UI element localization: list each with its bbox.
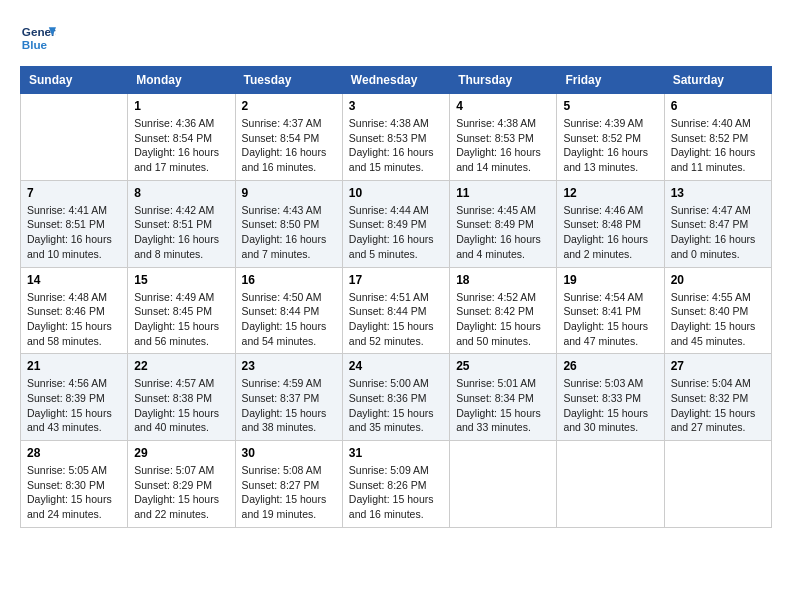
day-info: Sunrise: 4:56 AM Sunset: 8:39 PM Dayligh… (27, 376, 121, 435)
calendar-day-cell: 19Sunrise: 4:54 AM Sunset: 8:41 PM Dayli… (557, 267, 664, 354)
calendar-day-cell: 12Sunrise: 4:46 AM Sunset: 8:48 PM Dayli… (557, 180, 664, 267)
calendar-day-cell: 6Sunrise: 4:40 AM Sunset: 8:52 PM Daylig… (664, 94, 771, 181)
day-number: 9 (242, 186, 336, 200)
calendar-day-cell: 4Sunrise: 4:38 AM Sunset: 8:53 PM Daylig… (450, 94, 557, 181)
calendar-day-cell (664, 441, 771, 528)
day-info: Sunrise: 4:48 AM Sunset: 8:46 PM Dayligh… (27, 290, 121, 349)
calendar-day-cell (21, 94, 128, 181)
day-info: Sunrise: 4:47 AM Sunset: 8:47 PM Dayligh… (671, 203, 765, 262)
calendar-day-cell (557, 441, 664, 528)
calendar-day-cell: 17Sunrise: 4:51 AM Sunset: 8:44 PM Dayli… (342, 267, 449, 354)
weekday-cell: Friday (557, 67, 664, 94)
weekday-cell: Thursday (450, 67, 557, 94)
calendar-week-row: 28Sunrise: 5:05 AM Sunset: 8:30 PM Dayli… (21, 441, 772, 528)
day-number: 5 (563, 99, 657, 113)
day-number: 14 (27, 273, 121, 287)
calendar-day-cell (450, 441, 557, 528)
day-number: 22 (134, 359, 228, 373)
calendar-day-cell: 1Sunrise: 4:36 AM Sunset: 8:54 PM Daylig… (128, 94, 235, 181)
day-number: 28 (27, 446, 121, 460)
day-number: 6 (671, 99, 765, 113)
day-info: Sunrise: 5:03 AM Sunset: 8:33 PM Dayligh… (563, 376, 657, 435)
calendar-week-row: 7Sunrise: 4:41 AM Sunset: 8:51 PM Daylig… (21, 180, 772, 267)
day-number: 21 (27, 359, 121, 373)
day-info: Sunrise: 5:08 AM Sunset: 8:27 PM Dayligh… (242, 463, 336, 522)
day-number: 15 (134, 273, 228, 287)
calendar-day-cell: 31Sunrise: 5:09 AM Sunset: 8:26 PM Dayli… (342, 441, 449, 528)
day-number: 20 (671, 273, 765, 287)
day-number: 10 (349, 186, 443, 200)
day-number: 27 (671, 359, 765, 373)
day-number: 17 (349, 273, 443, 287)
calendar-day-cell: 14Sunrise: 4:48 AM Sunset: 8:46 PM Dayli… (21, 267, 128, 354)
day-number: 29 (134, 446, 228, 460)
calendar-day-cell: 26Sunrise: 5:03 AM Sunset: 8:33 PM Dayli… (557, 354, 664, 441)
day-info: Sunrise: 4:42 AM Sunset: 8:51 PM Dayligh… (134, 203, 228, 262)
day-info: Sunrise: 4:38 AM Sunset: 8:53 PM Dayligh… (349, 116, 443, 175)
calendar-day-cell: 13Sunrise: 4:47 AM Sunset: 8:47 PM Dayli… (664, 180, 771, 267)
calendar-day-cell: 22Sunrise: 4:57 AM Sunset: 8:38 PM Dayli… (128, 354, 235, 441)
day-info: Sunrise: 4:59 AM Sunset: 8:37 PM Dayligh… (242, 376, 336, 435)
day-info: Sunrise: 5:05 AM Sunset: 8:30 PM Dayligh… (27, 463, 121, 522)
day-number: 23 (242, 359, 336, 373)
day-info: Sunrise: 4:36 AM Sunset: 8:54 PM Dayligh… (134, 116, 228, 175)
day-number: 31 (349, 446, 443, 460)
day-number: 19 (563, 273, 657, 287)
calendar-body: 1Sunrise: 4:36 AM Sunset: 8:54 PM Daylig… (21, 94, 772, 528)
day-info: Sunrise: 4:49 AM Sunset: 8:45 PM Dayligh… (134, 290, 228, 349)
calendar-day-cell: 15Sunrise: 4:49 AM Sunset: 8:45 PM Dayli… (128, 267, 235, 354)
day-info: Sunrise: 4:57 AM Sunset: 8:38 PM Dayligh… (134, 376, 228, 435)
day-info: Sunrise: 4:52 AM Sunset: 8:42 PM Dayligh… (456, 290, 550, 349)
day-info: Sunrise: 5:01 AM Sunset: 8:34 PM Dayligh… (456, 376, 550, 435)
calendar-day-cell: 10Sunrise: 4:44 AM Sunset: 8:49 PM Dayli… (342, 180, 449, 267)
calendar-day-cell: 27Sunrise: 5:04 AM Sunset: 8:32 PM Dayli… (664, 354, 771, 441)
calendar-day-cell: 20Sunrise: 4:55 AM Sunset: 8:40 PM Dayli… (664, 267, 771, 354)
day-info: Sunrise: 4:50 AM Sunset: 8:44 PM Dayligh… (242, 290, 336, 349)
logo: General Blue (20, 20, 56, 56)
day-info: Sunrise: 4:45 AM Sunset: 8:49 PM Dayligh… (456, 203, 550, 262)
day-info: Sunrise: 5:04 AM Sunset: 8:32 PM Dayligh… (671, 376, 765, 435)
calendar-day-cell: 3Sunrise: 4:38 AM Sunset: 8:53 PM Daylig… (342, 94, 449, 181)
svg-text:Blue: Blue (22, 38, 48, 51)
day-number: 13 (671, 186, 765, 200)
day-number: 26 (563, 359, 657, 373)
day-info: Sunrise: 4:55 AM Sunset: 8:40 PM Dayligh… (671, 290, 765, 349)
calendar-day-cell: 18Sunrise: 4:52 AM Sunset: 8:42 PM Dayli… (450, 267, 557, 354)
weekday-header-row: SundayMondayTuesdayWednesdayThursdayFrid… (21, 67, 772, 94)
calendar-week-row: 21Sunrise: 4:56 AM Sunset: 8:39 PM Dayli… (21, 354, 772, 441)
calendar-table: SundayMondayTuesdayWednesdayThursdayFrid… (20, 66, 772, 528)
day-number: 11 (456, 186, 550, 200)
calendar-day-cell: 25Sunrise: 5:01 AM Sunset: 8:34 PM Dayli… (450, 354, 557, 441)
calendar-day-cell: 7Sunrise: 4:41 AM Sunset: 8:51 PM Daylig… (21, 180, 128, 267)
calendar-day-cell: 8Sunrise: 4:42 AM Sunset: 8:51 PM Daylig… (128, 180, 235, 267)
day-number: 12 (563, 186, 657, 200)
day-number: 25 (456, 359, 550, 373)
weekday-cell: Monday (128, 67, 235, 94)
logo-icon: General Blue (20, 20, 56, 56)
day-info: Sunrise: 4:43 AM Sunset: 8:50 PM Dayligh… (242, 203, 336, 262)
day-info: Sunrise: 4:46 AM Sunset: 8:48 PM Dayligh… (563, 203, 657, 262)
day-info: Sunrise: 5:09 AM Sunset: 8:26 PM Dayligh… (349, 463, 443, 522)
calendar-week-row: 1Sunrise: 4:36 AM Sunset: 8:54 PM Daylig… (21, 94, 772, 181)
calendar-day-cell: 2Sunrise: 4:37 AM Sunset: 8:54 PM Daylig… (235, 94, 342, 181)
weekday-cell: Saturday (664, 67, 771, 94)
day-info: Sunrise: 5:07 AM Sunset: 8:29 PM Dayligh… (134, 463, 228, 522)
day-info: Sunrise: 4:40 AM Sunset: 8:52 PM Dayligh… (671, 116, 765, 175)
weekday-cell: Wednesday (342, 67, 449, 94)
day-number: 2 (242, 99, 336, 113)
day-number: 1 (134, 99, 228, 113)
day-number: 4 (456, 99, 550, 113)
day-number: 24 (349, 359, 443, 373)
day-info: Sunrise: 4:39 AM Sunset: 8:52 PM Dayligh… (563, 116, 657, 175)
calendar-day-cell: 21Sunrise: 4:56 AM Sunset: 8:39 PM Dayli… (21, 354, 128, 441)
weekday-cell: Tuesday (235, 67, 342, 94)
day-number: 3 (349, 99, 443, 113)
day-info: Sunrise: 4:54 AM Sunset: 8:41 PM Dayligh… (563, 290, 657, 349)
day-number: 16 (242, 273, 336, 287)
calendar-day-cell: 24Sunrise: 5:00 AM Sunset: 8:36 PM Dayli… (342, 354, 449, 441)
day-info: Sunrise: 4:51 AM Sunset: 8:44 PM Dayligh… (349, 290, 443, 349)
calendar-day-cell: 28Sunrise: 5:05 AM Sunset: 8:30 PM Dayli… (21, 441, 128, 528)
day-number: 7 (27, 186, 121, 200)
day-info: Sunrise: 4:37 AM Sunset: 8:54 PM Dayligh… (242, 116, 336, 175)
calendar-day-cell: 29Sunrise: 5:07 AM Sunset: 8:29 PM Dayli… (128, 441, 235, 528)
